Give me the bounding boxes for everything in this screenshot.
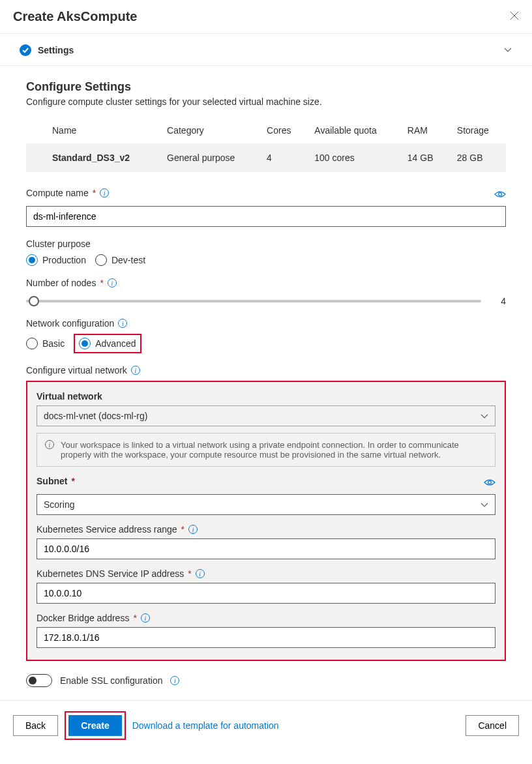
k8s-dns-label: Kubernetes DNS Service IP address * i [37, 568, 495, 579]
info-icon[interactable]: i [100, 188, 109, 198]
ssl-label: Enable SSL configuration [60, 675, 162, 686]
close-icon [510, 11, 519, 20]
info-icon: i [45, 440, 54, 449]
info-icon[interactable]: i [141, 613, 150, 623]
preview-eye-icon[interactable] [494, 189, 506, 201]
vnet-info-box: i Your workspace is linked to a virtual … [37, 433, 495, 467]
slider-thumb[interactable] [29, 296, 39, 306]
radio-production[interactable]: Production [26, 254, 86, 266]
subnet-value: Scoring [44, 499, 74, 510]
radio-advanced[interactable]: Advanced [79, 338, 136, 349]
col-quota: Available quota [306, 120, 400, 143]
section-subtitle: Configure compute cluster settings for y… [26, 96, 506, 107]
cancel-button[interactable]: Cancel [466, 715, 519, 736]
vnet-select[interactable]: docs-ml-vnet (docs-ml-rg) [37, 405, 495, 426]
settings-accordion-header[interactable]: Settings [0, 34, 532, 66]
network-config-label: Network configuration i [26, 318, 506, 329]
cell-name: Standard_DS3_v2 [26, 143, 159, 172]
section-title: Configure Settings [26, 80, 506, 94]
info-icon[interactable]: i [118, 319, 127, 328]
info-icon[interactable]: i [196, 569, 205, 578]
nodes-label: Number of nodes * i [26, 278, 506, 288]
close-button[interactable] [510, 10, 519, 23]
info-icon[interactable]: i [131, 366, 140, 375]
vnet-panel: Virtual network docs-ml-vnet (docs-ml-rg… [26, 381, 506, 661]
nodes-value: 4 [497, 296, 506, 306]
info-icon[interactable]: i [188, 525, 198, 534]
radio-production-label: Production [42, 255, 86, 265]
cell-cores: 4 [259, 143, 306, 172]
subnet-select[interactable]: Scoring [37, 494, 495, 515]
k8s-range-label: Kubernetes Service address range * i [37, 524, 495, 535]
compute-name-label: Compute name * i [26, 188, 109, 198]
subnet-label: Subnet * [37, 476, 75, 486]
k8s-range-input[interactable] [37, 538, 495, 559]
dialog-footer: Back Create Download a template for auto… [0, 700, 532, 750]
accordion-title: Settings [38, 45, 74, 55]
col-category: Category [159, 120, 259, 143]
cell-ram: 14 GB [400, 143, 449, 172]
vm-size-table: Name Category Cores Available quota RAM … [26, 120, 506, 172]
radio-devtest[interactable]: Dev-test [95, 254, 145, 266]
k8s-dns-input[interactable] [37, 583, 495, 604]
dialog-title: Create AksCompute [13, 9, 137, 24]
preview-eye-icon[interactable] [484, 477, 495, 489]
vnet-info-text: Your workspace is linked to a virtual ne… [61, 440, 487, 460]
download-template-link[interactable]: Download a template for automation [132, 720, 279, 731]
docker-bridge-label: Docker Bridge address * i [37, 613, 495, 623]
dialog-header: Create AksCompute [0, 0, 532, 34]
chevron-down-icon [503, 45, 512, 55]
table-row: Standard_DS3_v2 General purpose 4 100 co… [26, 143, 506, 172]
col-ram: RAM [400, 120, 449, 143]
svg-point-0 [499, 193, 502, 196]
radio-devtest-label: Dev-test [111, 255, 145, 265]
vnet-label: Virtual network [37, 391, 495, 402]
cell-category: General purpose [159, 143, 259, 172]
nodes-slider[interactable] [26, 300, 481, 302]
radio-basic-label: Basic [42, 338, 65, 349]
col-name: Name [26, 120, 159, 143]
configure-vnet-label: Configure virtual network i [26, 365, 506, 375]
radio-basic[interactable]: Basic [26, 338, 65, 349]
info-icon[interactable]: i [170, 676, 179, 685]
cell-quota: 100 cores [306, 143, 400, 172]
vnet-value: docs-ml-vnet (docs-ml-rg) [44, 411, 147, 421]
compute-name-input[interactable] [26, 206, 506, 227]
info-icon[interactable]: i [108, 278, 117, 287]
svg-point-1 [488, 481, 492, 484]
col-storage: Storage [449, 120, 506, 143]
cluster-purpose-label: Cluster purpose [26, 239, 506, 249]
ssl-toggle[interactable] [26, 674, 52, 687]
chevron-down-icon [480, 499, 488, 510]
col-cores: Cores [259, 120, 306, 143]
create-button[interactable]: Create [68, 715, 122, 736]
docker-bridge-input[interactable] [37, 627, 495, 648]
check-circle-icon [20, 44, 31, 56]
cell-storage: 28 GB [449, 143, 506, 172]
back-button[interactable]: Back [13, 715, 58, 736]
radio-advanced-label: Advanced [95, 338, 136, 349]
chevron-down-icon [480, 411, 488, 421]
